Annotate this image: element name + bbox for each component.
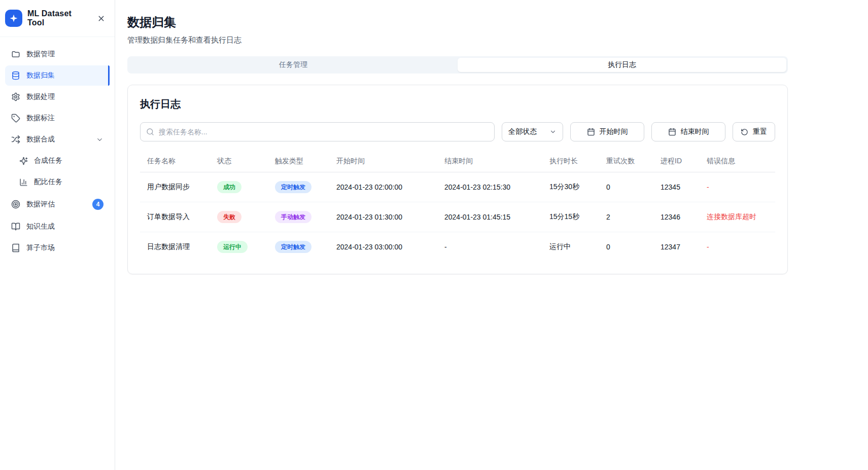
- folder-icon: [11, 50, 20, 59]
- sidebar-item-label: 数据标注: [26, 114, 55, 123]
- execution-logs-panel: 执行日志 全部状态: [127, 85, 788, 274]
- sidebar-nav: 数据管理 数据归集 数据处理 数据标注 数据合成: [0, 37, 115, 266]
- sidebar-item-label: 配比任务: [34, 177, 62, 187]
- sidebar-item-label: 数据合成: [26, 135, 55, 144]
- cell-task-name: 日志数据清理: [140, 232, 210, 262]
- chevron-down-icon: [549, 128, 557, 135]
- sidebar-item-label: 数据处理: [26, 92, 55, 101]
- cell-error: 连接数据库超时: [700, 202, 775, 232]
- col-error-message: 错误信息: [700, 151, 775, 172]
- cell-retries: 0: [599, 172, 653, 202]
- sidebar-item-data-synthesis[interactable]: 数据合成: [5, 129, 110, 150]
- cell-end-time: 2024-01-23 02:15:30: [437, 172, 542, 202]
- cell-start-time: 2024-01-23 03:00:00: [329, 232, 437, 262]
- table-row: 日志数据清理 运行中 定时触发 2024-01-23 03:00:00 - 运行…: [140, 232, 775, 262]
- evaluation-count-badge: 4: [92, 199, 103, 210]
- cell-duration: 15分30秒: [542, 172, 599, 202]
- status-badge: 失败: [217, 211, 241, 223]
- col-duration: 执行时长: [542, 151, 599, 172]
- book-open-icon: [11, 222, 20, 231]
- sidebar-item-data-processing[interactable]: 数据处理: [5, 87, 110, 107]
- cell-trigger: 手动触发: [268, 202, 329, 232]
- col-task-name: 任务名称: [140, 151, 210, 172]
- search-input[interactable]: [140, 122, 495, 141]
- reset-button[interactable]: 重置: [733, 122, 775, 141]
- page-subtitle: 管理数据归集任务和查看执行日志: [127, 35, 788, 45]
- target-icon: [11, 200, 20, 209]
- cell-trigger: 定时触发: [268, 232, 329, 262]
- gear-icon: [11, 92, 20, 101]
- col-trigger-type: 触发类型: [268, 151, 329, 172]
- sidebar-close-button[interactable]: [95, 12, 108, 25]
- cell-start-time: 2024-01-23 02:00:00: [329, 172, 437, 202]
- chevron-down-icon: [96, 136, 103, 143]
- sparkles-icon: [19, 157, 28, 165]
- sidebar-item-data-evaluation[interactable]: 数据评估 4: [5, 193, 110, 215]
- cell-pid: 12346: [653, 202, 700, 232]
- status-filter-select[interactable]: 全部状态: [502, 122, 563, 141]
- cell-status: 失败: [210, 202, 268, 232]
- sidebar-item-label: 合成任务: [34, 156, 62, 165]
- page-title: 数据归集: [127, 14, 788, 30]
- tab-bar: 任务管理 执行日志: [127, 56, 788, 74]
- cell-start-time: 2024-01-23 01:30:00: [329, 202, 437, 232]
- cell-status: 成功: [210, 172, 268, 202]
- sidebar-item-label: 算子市场: [26, 243, 55, 252]
- cell-retries: 0: [599, 232, 653, 262]
- cell-pid: 12347: [653, 232, 700, 262]
- sidebar-item-data-labeling[interactable]: 数据标注: [5, 108, 110, 128]
- col-process-id: 进程ID: [653, 151, 700, 172]
- sidebar-item-data-collection[interactable]: 数据归集: [5, 65, 110, 86]
- sidebar: ML Dataset Tool 数据管理 数据归集 数据处理: [0, 0, 115, 470]
- trigger-badge: 定时触发: [275, 241, 311, 253]
- book-icon: [11, 243, 20, 252]
- cell-duration: 15分15秒: [542, 202, 599, 232]
- sidebar-item-label: 数据归集: [26, 71, 55, 80]
- calendar-icon: [668, 128, 676, 136]
- sidebar-item-label: 知识生成: [26, 222, 55, 231]
- tab-task-management[interactable]: 任务管理: [129, 58, 458, 72]
- reset-label: 重置: [753, 127, 767, 136]
- table-header-row: 任务名称 状态 触发类型 开始时间 结束时间 执行时长 重试次数 进程ID 错误…: [140, 151, 775, 172]
- cell-retries: 2: [599, 202, 653, 232]
- sidebar-item-data-management[interactable]: 数据管理: [5, 44, 110, 64]
- sparkle-icon: [9, 14, 18, 23]
- database-icon: [11, 71, 20, 80]
- sidebar-header: ML Dataset Tool: [0, 0, 115, 37]
- reset-icon: [741, 128, 748, 136]
- cell-end-time: 2024-01-23 01:45:15: [437, 202, 542, 232]
- end-time-button[interactable]: 结束时间: [651, 122, 725, 141]
- search-field-wrapper: [140, 122, 495, 141]
- table-row: 订单数据导入 失败 手动触发 2024-01-23 01:30:00 2024-…: [140, 202, 775, 232]
- end-time-label: 结束时间: [681, 127, 709, 136]
- app-title: ML Dataset Tool: [27, 9, 90, 27]
- status-badge: 运行中: [217, 241, 248, 253]
- table-row: 用户数据同步 成功 定时触发 2024-01-23 02:00:00 2024-…: [140, 172, 775, 202]
- main-content: 数据归集 管理数据归集任务和查看执行日志 任务管理 执行日志 执行日志 全部状态: [115, 0, 868, 470]
- trigger-badge: 定时触发: [275, 181, 311, 193]
- sidebar-item-label: 数据评估: [26, 200, 55, 209]
- sidebar-item-ratio-task[interactable]: 配比任务: [5, 172, 110, 192]
- calendar-icon: [587, 128, 595, 136]
- search-icon: [146, 128, 154, 136]
- sidebar-item-synthesis-task[interactable]: 合成任务: [5, 151, 110, 171]
- cell-end-time: -: [437, 232, 542, 262]
- cell-status: 运行中: [210, 232, 268, 262]
- trigger-badge: 手动触发: [275, 211, 311, 223]
- execution-logs-table: 任务名称 状态 触发类型 开始时间 结束时间 执行时长 重试次数 进程ID 错误…: [140, 151, 775, 262]
- sidebar-item-operator-market[interactable]: 算子市场: [5, 238, 110, 258]
- close-icon: [97, 14, 106, 23]
- start-time-label: 开始时间: [600, 127, 628, 136]
- cell-task-name: 订单数据导入: [140, 202, 210, 232]
- status-filter-value: 全部状态: [508, 127, 537, 136]
- sidebar-item-knowledge-generation[interactable]: 知识生成: [5, 216, 110, 237]
- col-start-time: 开始时间: [329, 151, 437, 172]
- start-time-button[interactable]: 开始时间: [570, 122, 644, 141]
- cell-pid: 12345: [653, 172, 700, 202]
- col-end-time: 结束时间: [437, 151, 542, 172]
- cell-error: -: [700, 172, 775, 202]
- filter-bar: 全部状态 开始时间 结束时间: [140, 122, 775, 141]
- tag-icon: [11, 114, 20, 123]
- tab-execution-logs[interactable]: 执行日志: [458, 58, 786, 72]
- shuffle-icon: [11, 135, 20, 144]
